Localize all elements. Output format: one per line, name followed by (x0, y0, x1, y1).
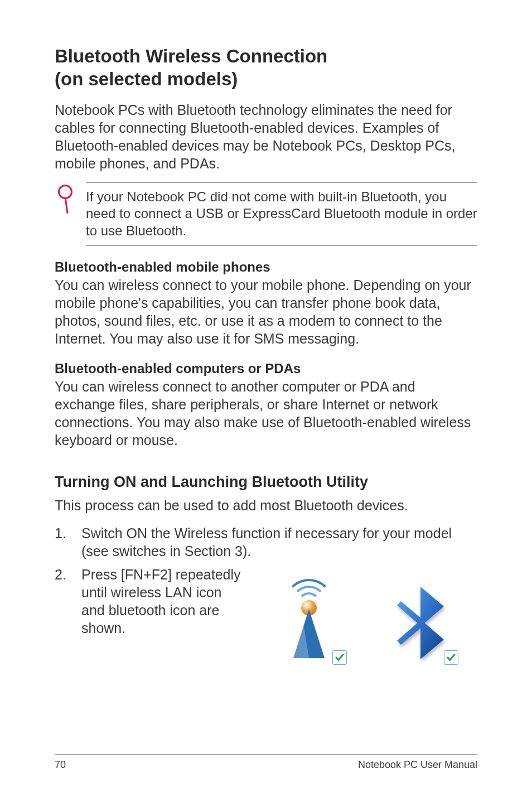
page-footer: 70 Notebook PC User Manual (55, 754, 477, 771)
bluetooth-icon (383, 581, 461, 665)
note-callout: If your Notebook PC did not come with bu… (55, 182, 477, 246)
title-line-1: Bluetooth Wireless Connection (55, 46, 327, 66)
subsection-title-phones: Bluetooth-enabled mobile phones (55, 259, 477, 275)
page-number: 70 (55, 759, 66, 771)
subsection-body-pdas: You can wireless connect to another comp… (55, 378, 477, 449)
subsection-body-phones: You can wireless connect to your mobile … (55, 276, 477, 347)
subheading-intro: This process can be used to add most Blu… (55, 496, 477, 514)
checkmark-icon (444, 650, 458, 665)
pushpin-icon (55, 182, 86, 214)
step-number: 1. (55, 524, 81, 560)
step-text: Press [FN+F2] repeatedly until wireless … (81, 566, 249, 637)
step-text: Switch ON the Wireless function if neces… (81, 524, 477, 560)
note-text: If your Notebook PC did not come with bu… (86, 182, 477, 246)
subheading-bt-utility: Turning ON and Launching Bluetooth Utili… (55, 474, 477, 491)
wireless-lan-icon (271, 581, 349, 665)
footer-label: Notebook PC User Manual (358, 759, 477, 771)
page-title: Bluetooth Wireless Connection (on select… (55, 45, 477, 91)
list-item: 1. Switch ON the Wireless function if ne… (55, 524, 477, 560)
intro-paragraph: Notebook PCs with Bluetooth technology e… (55, 101, 477, 172)
subsection-title-pdas: Bluetooth-enabled computers or PDAs (55, 361, 477, 376)
step-number: 2. (55, 566, 81, 637)
checkmark-icon (332, 650, 347, 665)
title-line-2: (on selected models) (55, 69, 238, 89)
